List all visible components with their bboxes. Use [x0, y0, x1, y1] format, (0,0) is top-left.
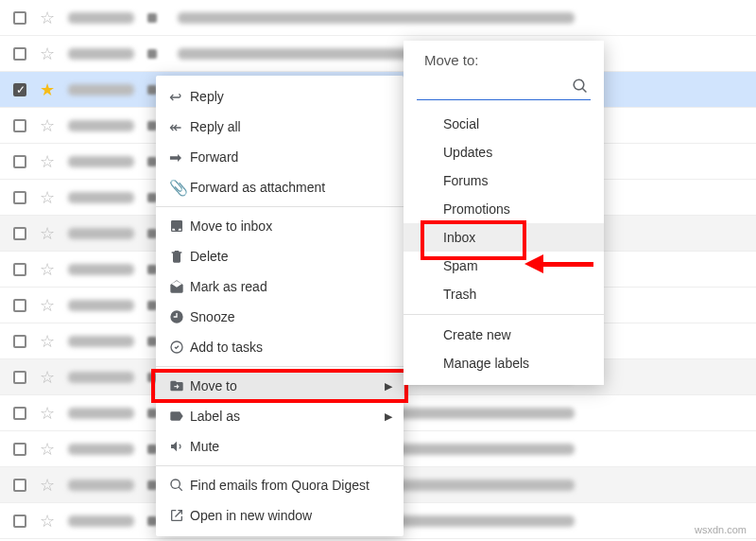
submenu-create-new[interactable]: Create new: [404, 321, 604, 349]
sender-blurred: [68, 444, 134, 455]
star-icon[interactable]: ☆: [40, 511, 55, 532]
row-checkbox[interactable]: [13, 299, 26, 312]
menu-reply-label: Reply: [190, 89, 390, 104]
context-menu: ↩ Reply ↞ Reply all ➡ Forward 📎 Forward …: [156, 76, 404, 536]
star-icon[interactable]: ☆: [40, 475, 55, 496]
menu-divider: [156, 206, 404, 207]
email-row[interactable]: ☆: [0, 36, 756, 72]
menu-forward-attachment-label: Forward as attachment: [190, 180, 390, 195]
row-checkbox[interactable]: [13, 191, 26, 204]
chevron-right-icon: ▶: [385, 380, 392, 393]
search-icon: [169, 478, 190, 493]
star-icon[interactable]: ☆: [40, 115, 55, 136]
sender-blurred: [68, 336, 134, 347]
row-checkbox[interactable]: [13, 515, 26, 528]
menu-reply-all[interactable]: ↞ Reply all: [156, 112, 404, 142]
row-checkbox[interactable]: [13, 155, 26, 168]
submenu-forums[interactable]: Forums: [404, 166, 604, 195]
star-icon[interactable]: ☆: [40, 439, 55, 460]
sender-blurred: [68, 300, 134, 311]
menu-add-to-tasks-label: Add to tasks: [190, 340, 390, 355]
menu-move-to-inbox[interactable]: Move to inbox: [156, 211, 404, 241]
row-checkbox[interactable]: [13, 407, 26, 420]
menu-move-to-label: Move to: [190, 378, 390, 393]
row-checkbox[interactable]: [13, 227, 26, 240]
open-new-window-icon: [169, 508, 190, 523]
search-icon: [572, 78, 589, 95]
category-chip-blurred: [147, 13, 157, 23]
menu-forward-attachment[interactable]: 📎 Forward as attachment: [156, 172, 404, 202]
submenu-social[interactable]: Social: [404, 110, 604, 138]
sender-blurred: [68, 84, 134, 96]
sender-blurred: [68, 372, 134, 383]
menu-divider: [156, 366, 404, 367]
menu-label-as-label: Label as: [190, 409, 390, 424]
row-checkbox[interactable]: [13, 443, 26, 456]
menu-delete[interactable]: Delete: [156, 241, 404, 271]
email-row[interactable]: ☆: [0, 0, 756, 36]
star-icon[interactable]: ☆: [40, 8, 55, 28]
menu-forward[interactable]: ➡ Forward: [156, 142, 404, 172]
mute-icon: [169, 439, 190, 454]
menu-add-to-tasks[interactable]: Add to tasks: [156, 332, 404, 362]
submenu-spam-label: Spam: [443, 258, 478, 273]
menu-open-new-window[interactable]: Open in new window: [156, 500, 404, 531]
row-checkbox[interactable]: [13, 371, 26, 384]
submenu-promotions[interactable]: Promotions: [404, 195, 604, 223]
sender-blurred: [68, 515, 134, 527]
submenu-updates-label: Updates: [443, 145, 492, 160]
star-icon[interactable]: ☆: [40, 44, 55, 64]
star-icon[interactable]: ☆: [40, 151, 55, 172]
submenu-spam[interactable]: Spam: [404, 252, 604, 280]
star-icon[interactable]: ☆: [40, 187, 55, 208]
subject-blurred: [178, 12, 575, 24]
submenu-manage-labels[interactable]: Manage labels: [404, 349, 604, 377]
row-checkbox[interactable]: [13, 11, 26, 25]
menu-delete-label: Delete: [190, 249, 390, 264]
category-chip-blurred: [147, 49, 157, 59]
chevron-right-icon: ▶: [385, 410, 392, 423]
folder-move-icon: [169, 378, 190, 393]
menu-find-emails[interactable]: Find emails from Quora Digest: [156, 470, 404, 500]
watermark: wsxdn.com: [695, 524, 747, 535]
submenu-trash[interactable]: Trash: [404, 280, 604, 308]
submenu-updates[interactable]: Updates: [404, 138, 604, 166]
menu-find-emails-label: Find emails from Quora Digest: [190, 478, 390, 493]
menu-label-as[interactable]: Label as ▶: [156, 401, 404, 431]
star-icon[interactable]: ☆: [40, 259, 55, 280]
mail-open-icon: [169, 279, 190, 294]
menu-snooze[interactable]: Snooze: [156, 302, 404, 332]
star-icon[interactable]: ☆: [40, 331, 55, 352]
submenu-promotions-label: Promotions: [443, 201, 510, 217]
row-checkbox[interactable]: [13, 335, 26, 348]
sender-blurred: [68, 408, 134, 419]
menu-open-new-window-label: Open in new window: [190, 508, 390, 523]
menu-move-to[interactable]: Move to ▶: [156, 371, 404, 401]
menu-reply[interactable]: ↩ Reply: [156, 81, 404, 112]
row-checkbox[interactable]: [13, 119, 26, 132]
row-checkbox[interactable]: [13, 479, 26, 492]
submenu-forums-label: Forums: [443, 173, 488, 188]
inbox-icon: [169, 218, 190, 234]
menu-mark-as-read-label: Mark as read: [190, 279, 390, 294]
submenu-inbox[interactable]: Inbox: [404, 223, 604, 252]
row-checkbox[interactable]: [13, 47, 26, 61]
sender-blurred: [68, 192, 134, 203]
star-icon[interactable]: ☆: [40, 223, 55, 244]
sender-blurred: [68, 156, 134, 167]
sender-blurred: [68, 48, 134, 60]
label-icon: [169, 409, 190, 424]
star-icon[interactable]: ☆: [40, 403, 55, 424]
star-icon[interactable]: ★: [40, 79, 55, 100]
submenu-search-input[interactable]: [417, 76, 591, 100]
row-checkbox[interactable]: [13, 263, 26, 276]
menu-mute[interactable]: Mute: [156, 431, 404, 462]
reply-icon: ↩: [169, 88, 190, 106]
menu-mark-as-read[interactable]: Mark as read: [156, 271, 404, 302]
clock-icon: [169, 309, 190, 324]
star-icon[interactable]: ☆: [40, 367, 55, 388]
submenu-inbox-label: Inbox: [443, 230, 475, 245]
row-checkbox[interactable]: [13, 83, 26, 96]
star-icon[interactable]: ☆: [40, 295, 55, 316]
forward-icon: ➡: [169, 148, 190, 166]
